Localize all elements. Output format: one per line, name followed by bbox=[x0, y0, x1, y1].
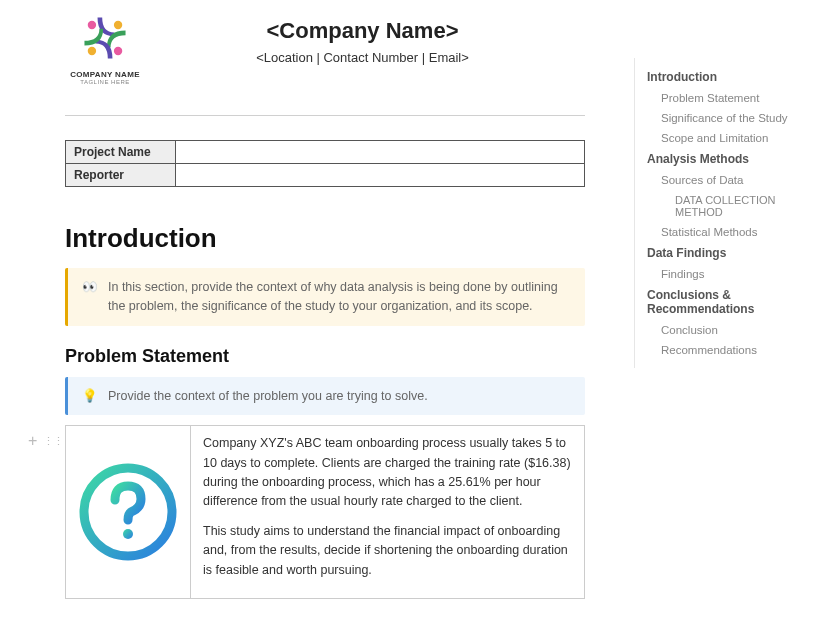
reporter-label: Reporter bbox=[66, 164, 176, 187]
toc-item-statistical[interactable]: Statistical Methods bbox=[647, 222, 822, 242]
toc-item-findings[interactable]: Findings bbox=[647, 264, 822, 284]
toc-item-data-findings[interactable]: Data Findings bbox=[647, 242, 822, 264]
block-gutter-controls: + ⋮⋮ bbox=[28, 432, 63, 450]
document-body: COMPANY NAME TAGLINE HERE <Company Name>… bbox=[0, 0, 620, 599]
toc-item-significance[interactable]: Significance of the Study bbox=[647, 108, 822, 128]
introduction-heading[interactable]: Introduction bbox=[65, 223, 620, 254]
project-name-label: Project Name bbox=[66, 141, 176, 164]
problem-callout-text: Provide the context of the problem you a… bbox=[108, 387, 428, 406]
add-block-button[interactable]: + bbox=[28, 432, 37, 450]
document-header: COMPANY NAME TAGLINE HERE <Company Name>… bbox=[65, 10, 620, 85]
problem-statement-heading[interactable]: Problem Statement bbox=[65, 346, 620, 367]
svg-point-5 bbox=[123, 529, 133, 539]
problem-callout[interactable]: 💡 Provide the context of the problem you… bbox=[65, 377, 585, 416]
eyes-icon: 👀 bbox=[82, 278, 98, 316]
drag-handle-icon[interactable]: ⋮⋮ bbox=[43, 435, 63, 448]
logo-text: COMPANY NAME bbox=[65, 70, 145, 79]
toc-item-recommendations[interactable]: Recommendations bbox=[647, 340, 822, 360]
project-name-value[interactable] bbox=[176, 141, 585, 164]
toc-item-analysis-methods[interactable]: Analysis Methods bbox=[647, 148, 822, 170]
company-logo: COMPANY NAME TAGLINE HERE bbox=[65, 10, 145, 85]
introduction-callout[interactable]: 👀 In this section, provide the context o… bbox=[65, 268, 585, 326]
table-row: Reporter bbox=[66, 164, 585, 187]
example-paragraph-1: Company XYZ's ABC team onboarding proces… bbox=[203, 434, 572, 512]
toc-item-introduction[interactable]: Introduction bbox=[647, 66, 822, 88]
toc-item-sources[interactable]: Sources of Data bbox=[647, 170, 822, 190]
logo-tagline: TAGLINE HERE bbox=[65, 79, 145, 85]
example-icon-cell bbox=[66, 426, 190, 598]
svg-point-1 bbox=[114, 21, 122, 29]
header-divider bbox=[65, 115, 585, 116]
lightbulb-icon: 💡 bbox=[82, 387, 98, 406]
company-name-title[interactable]: <Company Name> bbox=[165, 18, 560, 44]
example-paragraph-2: This study aims to understand the financ… bbox=[203, 522, 572, 580]
example-text-cell[interactable]: Company XYZ's ABC team onboarding proces… bbox=[190, 426, 584, 598]
toc-item-data-collection[interactable]: DATA COLLECTION METHOD bbox=[647, 190, 822, 222]
table-of-contents: Introduction Problem Statement Significa… bbox=[634, 58, 822, 368]
svg-point-3 bbox=[88, 47, 96, 55]
toc-item-conclusion[interactable]: Conclusion bbox=[647, 320, 822, 340]
reporter-value[interactable] bbox=[176, 164, 585, 187]
introduction-callout-text: In this section, provide the context of … bbox=[108, 278, 571, 316]
problem-example-block[interactable]: + ⋮⋮ Company XYZ's ABC team onboarding p… bbox=[65, 425, 585, 599]
header-titles: <Company Name> <Location | Contact Numbe… bbox=[165, 10, 620, 65]
svg-point-0 bbox=[88, 21, 96, 29]
question-mark-icon bbox=[78, 462, 178, 562]
project-info-table: Project Name Reporter bbox=[65, 140, 585, 187]
company-meta-line[interactable]: <Location | Contact Number | Email> bbox=[165, 50, 560, 65]
toc-item-problem-statement[interactable]: Problem Statement bbox=[647, 88, 822, 108]
svg-point-2 bbox=[114, 47, 122, 55]
toc-item-conclusions[interactable]: Conclusions & Recommendations bbox=[647, 284, 822, 320]
table-row: Project Name bbox=[66, 141, 585, 164]
toc-item-scope[interactable]: Scope and Limitation bbox=[647, 128, 822, 148]
logo-mark-icon bbox=[77, 10, 133, 66]
